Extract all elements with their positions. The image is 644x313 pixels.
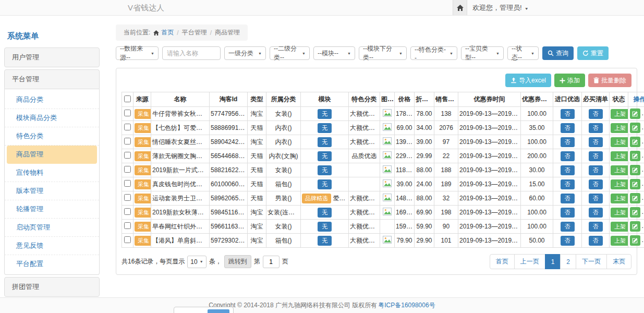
sidebar-item-9[interactable]: 平台配置 [5, 255, 99, 273]
import-select-toggle[interactable]: 否 [561, 179, 575, 189]
import-select-toggle[interactable]: 否 [561, 208, 575, 218]
import-select-toggle[interactable]: 否 [561, 151, 575, 161]
page-size-select[interactable]: 10 ▼ [187, 256, 206, 268]
edit-button[interactable] [630, 123, 640, 133]
status-badge[interactable]: 上架 [611, 208, 628, 218]
import-select-toggle[interactable]: 否 [561, 165, 575, 175]
page-button-0[interactable]: 首页 [490, 254, 515, 269]
row-checkbox[interactable] [124, 194, 131, 201]
module-none-badge[interactable]: 无 [318, 208, 332, 218]
module-none-badge[interactable]: 无 [318, 165, 332, 175]
add-button[interactable]: 添加 [554, 74, 585, 87]
row-checkbox[interactable] [124, 208, 131, 215]
status-badge[interactable]: 上架 [611, 137, 628, 147]
status-badge[interactable]: 上架 [611, 123, 628, 133]
page-button-1[interactable]: 上一页 [514, 254, 545, 269]
module-none-badge[interactable]: 无 [318, 222, 332, 232]
must-buy-toggle[interactable]: 否 [589, 179, 603, 189]
jump-page-input[interactable] [263, 256, 280, 268]
filter-select-1[interactable]: --二级分类--▼ [270, 46, 310, 60]
sidebar-group-1[interactable]: 平台管理 [4, 69, 100, 89]
import-select-toggle[interactable]: 否 [561, 123, 575, 133]
sidebar-item-7[interactable]: 启动页管理 [5, 219, 99, 237]
edit-button[interactable] [630, 151, 640, 161]
module-none-badge[interactable]: 无 [318, 151, 332, 161]
row-checkbox[interactable] [124, 138, 131, 145]
sidebar-item-6[interactable]: 轮播管理 [5, 200, 99, 219]
edit-button[interactable] [630, 235, 640, 246]
edit-button[interactable] [630, 179, 640, 189]
sidebar-group-0[interactable]: 用户管理 [4, 47, 100, 67]
filter-select-4[interactable]: --特色分类--▼ [410, 46, 457, 60]
import-select-toggle[interactable]: 否 [561, 137, 575, 147]
filter-select-5[interactable]: --宝贝类型--▼ [461, 46, 504, 60]
import-select-toggle[interactable]: 否 [561, 222, 575, 232]
row-checkbox[interactable] [124, 222, 131, 229]
import-select-toggle[interactable]: 否 [561, 109, 575, 119]
edit-button[interactable] [630, 109, 640, 119]
select-all-checkbox[interactable] [124, 95, 131, 102]
edit-button[interactable] [630, 137, 640, 147]
sidebar-item-3[interactable]: 商品管理 [7, 146, 97, 164]
sidebar-item-0[interactable]: 商品分类 [5, 91, 99, 109]
must-buy-toggle[interactable]: 否 [589, 109, 603, 119]
page-button-2[interactable]: 1 [545, 254, 561, 269]
sidebar-item-8[interactable]: 意见反馈 [5, 237, 99, 255]
sidebar-item-4[interactable]: 宣传物料 [5, 164, 99, 182]
must-buy-toggle[interactable]: 否 [589, 194, 603, 203]
row-checkbox[interactable] [124, 152, 131, 159]
breadcrumb-home-link[interactable]: 首页 [153, 28, 174, 37]
edit-button[interactable] [630, 207, 640, 218]
filter-select-0[interactable]: 一级分类▼ [224, 46, 266, 60]
jump-button[interactable]: 跳转到 [224, 255, 251, 268]
status-badge[interactable]: 上架 [611, 109, 628, 119]
sidebar-group-2[interactable]: 拼团管理 [4, 277, 100, 297]
edit-button[interactable] [630, 193, 640, 203]
icp-link[interactable]: 粤ICP备16098006号 [378, 301, 435, 310]
import-excel-button[interactable]: 导入excel [505, 74, 551, 87]
sidebar-item-2[interactable]: 特色分类 [5, 127, 99, 146]
import-select-toggle[interactable]: 否 [561, 236, 575, 246]
row-checkbox[interactable] [124, 110, 131, 116]
batch-delete-button[interactable]: 批量删除 [588, 74, 631, 87]
module-none-badge[interactable]: 无 [318, 109, 332, 119]
filter-select-source[interactable]: --数据来源--▼ [116, 46, 159, 60]
import-select-toggle[interactable]: 否 [561, 194, 575, 203]
must-buy-toggle[interactable]: 否 [589, 236, 603, 246]
status-badge[interactable]: 上架 [611, 222, 628, 232]
must-buy-toggle[interactable]: 否 [589, 165, 603, 175]
status-badge[interactable]: 上架 [611, 165, 628, 175]
row-checkbox[interactable] [124, 166, 131, 173]
module-none-badge[interactable]: 无 [318, 179, 332, 189]
status-badge[interactable]: 上架 [611, 194, 628, 203]
module-none-badge[interactable]: 无 [318, 123, 332, 133]
status-badge[interactable]: 上架 [611, 236, 628, 246]
name-search-input[interactable] [162, 46, 221, 60]
status-badge[interactable]: 上架 [611, 151, 628, 161]
filter-select-2[interactable]: --模块--▼ [313, 46, 355, 60]
sidebar-item-5[interactable]: 版本管理 [5, 182, 99, 200]
must-buy-toggle[interactable]: 否 [589, 222, 603, 232]
user-menu[interactable]: 欢迎您，管理员!▼ [472, 0, 529, 16]
row-checkbox[interactable] [124, 180, 131, 187]
filter-select-3[interactable]: --模块下分类--▼ [359, 46, 407, 60]
must-buy-toggle[interactable]: 否 [589, 151, 603, 161]
page-button-4[interactable]: 下一页 [576, 254, 607, 269]
row-checkbox[interactable] [124, 124, 131, 130]
home-shortcut-button[interactable] [453, 0, 467, 15]
sidebar-item-1[interactable]: 模块商品分类 [5, 109, 99, 127]
filter-select-6[interactable]: --状态--▼ [507, 46, 539, 60]
must-buy-toggle[interactable]: 否 [589, 137, 603, 147]
reset-button[interactable]: 重置 [577, 46, 609, 60]
page-button-3[interactable]: 2 [560, 254, 576, 269]
status-badge[interactable]: 上架 [611, 179, 628, 189]
search-button[interactable]: 查询 [542, 46, 574, 60]
module-none-badge[interactable]: 无 [318, 137, 332, 147]
row-checkbox[interactable] [124, 236, 131, 243]
module-none-badge[interactable]: 无 [318, 236, 332, 246]
page-button-5[interactable]: 末页 [606, 254, 631, 269]
must-buy-toggle[interactable]: 否 [589, 208, 603, 218]
must-buy-toggle[interactable]: 否 [589, 123, 603, 133]
edit-button[interactable] [630, 221, 640, 232]
edit-button[interactable] [630, 165, 640, 175]
